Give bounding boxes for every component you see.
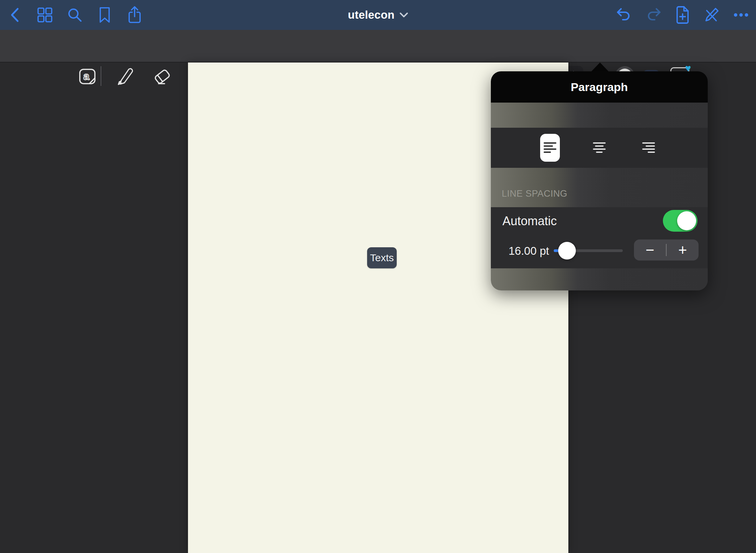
pen-tool-icon[interactable]: [113, 64, 137, 88]
toggle-knob: [677, 211, 696, 230]
back-button[interactable]: [5, 5, 25, 25]
automatic-label: Automatic: [502, 214, 557, 228]
spacing-stepper: − +: [634, 239, 699, 261]
popover-title: Paragraph: [491, 71, 708, 103]
toolbar-divider: [101, 66, 101, 86]
chevron-down-icon[interactable]: [399, 12, 408, 18]
undo-icon[interactable]: [614, 5, 634, 25]
alignment-row: [491, 128, 708, 168]
line-spacing-section: [491, 168, 708, 207]
increase-spacing-button[interactable]: +: [667, 239, 699, 261]
svg-text:a: a: [83, 70, 89, 82]
align-center-button[interactable]: [589, 137, 610, 158]
decrease-spacing-button[interactable]: −: [634, 239, 666, 261]
align-left-button[interactable]: [540, 134, 560, 162]
search-icon[interactable]: [65, 5, 85, 25]
add-page-icon[interactable]: [672, 5, 693, 25]
spacing-slider-knob[interactable]: [558, 242, 576, 260]
bookmark-icon[interactable]: [94, 5, 115, 25]
eraser-tool-icon[interactable]: [150, 64, 174, 88]
line-spacing-label: LINE SPACING: [502, 189, 567, 199]
paragraph-popover: Paragraph LINE SPACING Automatic 16.00 p…: [491, 71, 708, 290]
zoom-window-tool-icon[interactable]: a: [75, 64, 99, 88]
popover-footer: [491, 268, 708, 290]
popover-spacer: [491, 103, 708, 128]
pen-cross-icon[interactable]: [702, 5, 722, 25]
selected-text-object[interactable]: Texts: [367, 247, 397, 268]
more-options-icon[interactable]: [731, 5, 751, 25]
redo-icon[interactable]: [643, 5, 664, 25]
share-icon[interactable]: [124, 5, 145, 25]
grid-thumbnails-icon[interactable]: [35, 5, 55, 25]
automatic-toggle[interactable]: [663, 210, 698, 232]
page-title[interactable]: utelecon: [348, 8, 394, 21]
tool-bar: a: [0, 30, 756, 63]
text-object-label: Texts: [370, 252, 394, 264]
top-navigation-bar: utelecon: [0, 0, 756, 30]
align-right-button[interactable]: [638, 137, 659, 158]
popover-arrow: [591, 63, 609, 72]
spacing-value-label: 16.00 pt: [509, 245, 549, 257]
